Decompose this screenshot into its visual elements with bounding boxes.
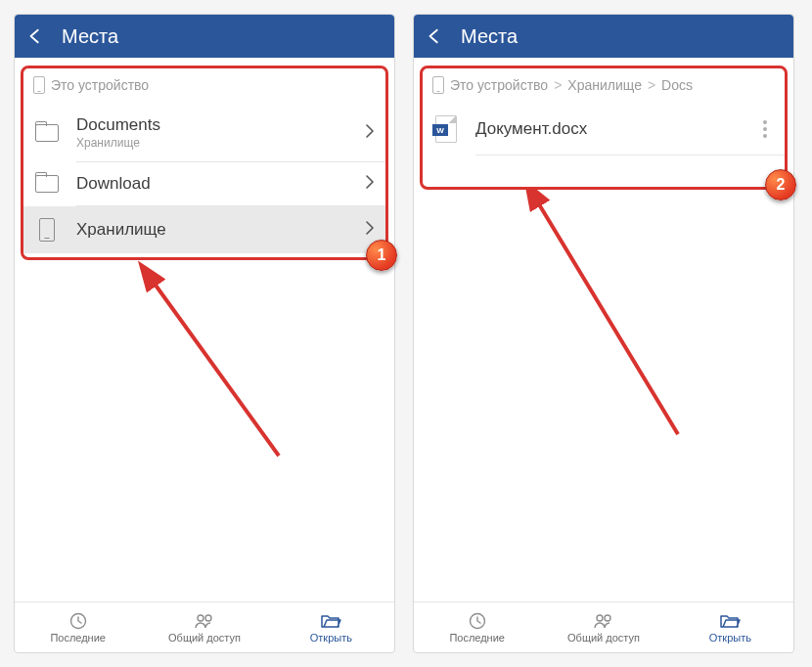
nav-recent[interactable]: Последние	[414, 602, 540, 652]
chevron-right-icon	[366, 124, 374, 142]
chevron-right-icon	[366, 221, 374, 239]
breadcrumb-device: Это устройство	[51, 77, 149, 93]
item-title: Documents	[76, 115, 350, 135]
folder-open-icon	[320, 612, 341, 630]
nav-label: Последние	[50, 632, 106, 644]
nav-recent[interactable]: Последние	[15, 602, 141, 652]
svg-line-4	[536, 200, 678, 434]
content-area	[414, 190, 793, 601]
svg-point-3	[205, 615, 211, 621]
nav-open[interactable]: Открыть	[667, 602, 793, 652]
nav-label: Открыть	[310, 632, 352, 644]
annotation-arrow	[132, 260, 308, 514]
annotation-arrow	[512, 190, 707, 483]
svg-point-6	[597, 615, 603, 621]
breadcrumb-storage[interactable]: Хранилище	[567, 77, 642, 93]
content-area	[15, 260, 394, 601]
folder-open-icon	[719, 612, 741, 630]
highlight-area: Это устройство > Хранилище > Docs W Доку…	[420, 66, 788, 190]
nav-shared[interactable]: Общий доступ	[540, 602, 666, 652]
page-title: Места	[62, 25, 118, 48]
device-icon	[33, 76, 45, 94]
nav-label: Общий доступ	[567, 632, 640, 644]
nav-label: Общий доступ	[168, 632, 241, 644]
people-icon	[194, 612, 215, 630]
clock-icon	[469, 612, 486, 630]
breadcrumb-sep: >	[648, 77, 655, 93]
folder-download[interactable]: Download	[23, 162, 385, 205]
page-title: Места	[461, 25, 518, 48]
more-options-button[interactable]	[757, 120, 773, 138]
clock-icon	[69, 612, 87, 630]
phone-right: Места Это устройство > Хранилище > Docs …	[413, 14, 794, 653]
nav-shared[interactable]: Общий доступ	[141, 602, 267, 652]
back-button[interactable]	[26, 27, 44, 45]
file-docx[interactable]: W Документ.docx	[423, 104, 785, 155]
nav-open[interactable]: Открыть	[268, 602, 394, 652]
breadcrumb-sep: >	[554, 77, 562, 93]
device-icon	[432, 76, 444, 94]
breadcrumb: Это устройство > Хранилище > Docs	[423, 68, 785, 104]
folder-storage[interactable]: Хранилище	[23, 206, 385, 253]
svg-line-0	[152, 280, 279, 456]
folder-icon	[35, 175, 59, 193]
folder-documents[interactable]: Documents Хранилище	[23, 104, 385, 161]
item-subtitle: Хранилище	[76, 136, 350, 150]
word-file-icon: W	[435, 115, 457, 143]
highlight-area: Это устройство Documents Хранилище Downl…	[21, 66, 388, 260]
top-bar: Места	[15, 15, 394, 58]
folder-icon	[35, 124, 59, 142]
bottom-nav: Последние Общий доступ Открыть	[414, 601, 793, 652]
phone-left: Места Это устройство Documents Хранилище…	[14, 14, 395, 653]
breadcrumb-device[interactable]: Это устройство	[450, 77, 548, 93]
svg-point-2	[198, 615, 203, 621]
chevron-right-icon	[366, 175, 374, 193]
nav-label: Открыть	[709, 632, 751, 644]
nav-label: Последние	[449, 632, 505, 644]
storage-icon	[39, 218, 55, 242]
breadcrumb-docs[interactable]: Docs	[661, 77, 693, 93]
svg-point-7	[605, 615, 610, 621]
item-title: Хранилище	[76, 220, 350, 240]
bottom-nav: Последние Общий доступ Открыть	[15, 601, 394, 652]
file-name: Документ.docx	[475, 119, 742, 139]
item-title: Download	[76, 174, 350, 194]
top-bar: Места	[414, 15, 793, 58]
breadcrumb: Это устройство	[23, 68, 385, 104]
back-button[interactable]	[426, 27, 443, 45]
people-icon	[593, 612, 614, 630]
